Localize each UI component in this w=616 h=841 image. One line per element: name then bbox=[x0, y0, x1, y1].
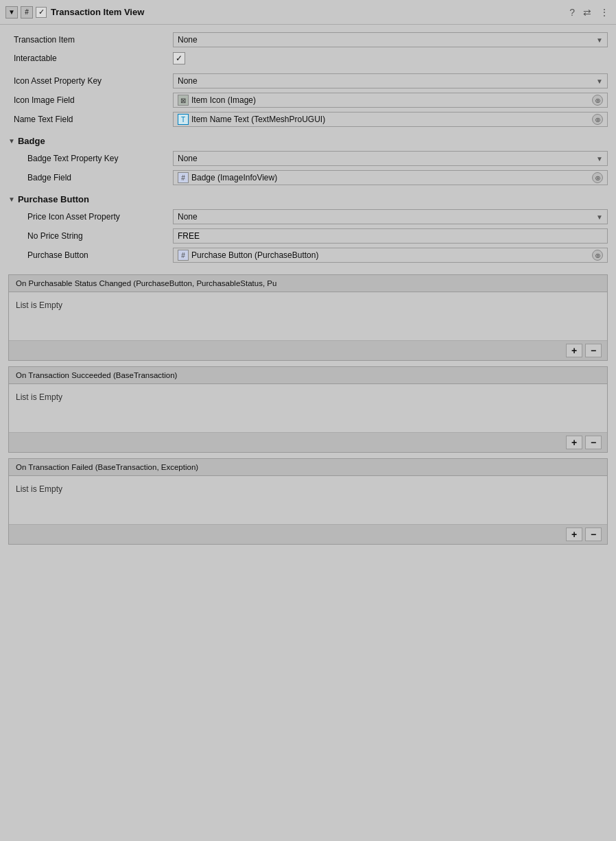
header-icons: ▼ # ✓ bbox=[5, 6, 47, 19]
transaction-failed-event-header[interactable]: On Transaction Failed (BaseTransaction, … bbox=[9, 459, 607, 476]
name-text-field-input[interactable]: T Item Name Text (TextMeshProUGUI) ◎ bbox=[173, 112, 608, 127]
transaction-failed-remove-button[interactable]: − bbox=[585, 528, 602, 541]
name-text-field-label: Name Text Field bbox=[8, 115, 173, 124]
no-price-string-row: No Price String bbox=[8, 226, 608, 246]
purchase-button-section-header[interactable]: ▼ Purchase Button bbox=[8, 191, 608, 207]
badge-toggle-icon[interactable]: ▼ bbox=[8, 137, 15, 145]
purchase-button-field-row: Purchase Button # Purchase Button (Purch… bbox=[8, 246, 608, 265]
icon-asset-property-key-control: None ▼ bbox=[173, 73, 608, 88]
no-price-string-label: No Price String bbox=[8, 231, 173, 241]
icon-asset-property-key-label: Icon Asset Property Key bbox=[8, 76, 173, 86]
price-icon-asset-property-row: Price Icon Asset Property None ▼ bbox=[8, 207, 608, 226]
icon-image-field-row: Icon Image Field ⊠ Item Icon (Image) ◎ bbox=[8, 91, 608, 110]
transaction-succeeded-event-title: On Transaction Succeeded (BaseTransactio… bbox=[16, 371, 177, 379]
dropdown-arrow-icon3: ▼ bbox=[596, 155, 603, 163]
hash-type-icon2: # bbox=[178, 250, 189, 261]
transaction-item-row: Transaction Item None ▼ bbox=[8, 30, 608, 49]
badge-text-property-key-dropdown[interactable]: None ▼ bbox=[173, 151, 608, 166]
panel-header: ▼ # ✓ Transaction Item View ? ⇄ ⋮ bbox=[0, 0, 616, 25]
price-icon-asset-property-label: Price Icon Asset Property bbox=[8, 212, 173, 222]
dropdown-arrow-icon2: ▼ bbox=[596, 78, 603, 85]
interactable-checkbox[interactable]: ✓ bbox=[173, 52, 185, 64]
dropdown-arrow-icon: ▼ bbox=[596, 36, 603, 44]
purchasable-status-event-header[interactable]: On Purchasable Status Changed (PurchaseB… bbox=[9, 275, 607, 292]
help-button[interactable]: ? bbox=[568, 5, 576, 19]
purchasable-status-event-body: List is Empty bbox=[9, 292, 607, 340]
hash-icon[interactable]: # bbox=[21, 6, 33, 19]
purchasable-status-remove-button[interactable]: − bbox=[585, 344, 602, 357]
badge-field-row: Badge Field # Badge (ImageInfoView) ◎ bbox=[8, 168, 608, 187]
purchase-toggle-icon[interactable]: ▼ bbox=[8, 196, 15, 203]
no-price-string-input[interactable] bbox=[173, 228, 608, 244]
badge-text-property-key-control: None ▼ bbox=[173, 151, 608, 166]
badge-text-property-key-row: Badge Text Property Key None ▼ bbox=[8, 149, 608, 168]
transaction-succeeded-event-body: List is Empty bbox=[9, 384, 607, 432]
badge-section-title: Badge bbox=[18, 136, 45, 146]
badge-field-label: Badge Field bbox=[8, 173, 173, 182]
price-icon-asset-property-value: None bbox=[178, 212, 198, 222]
transaction-item-dropdown[interactable]: None ▼ bbox=[173, 32, 608, 47]
purchasable-status-add-button[interactable]: + bbox=[566, 344, 582, 357]
dropdown-icon[interactable]: ▼ bbox=[5, 6, 18, 19]
purchase-button-field-control: # Purchase Button (PurchaseButton) ◎ bbox=[173, 248, 608, 263]
icon-image-field-input[interactable]: ⊠ Item Icon (Image) ◎ bbox=[173, 93, 608, 108]
icon-image-field-picker[interactable]: ◎ bbox=[592, 95, 603, 106]
price-icon-asset-property-control: None ▼ bbox=[173, 209, 608, 224]
badge-field-input[interactable]: # Badge (ImageInfoView) ◎ bbox=[173, 170, 608, 185]
transaction-succeeded-event-block: On Transaction Succeeded (BaseTransactio… bbox=[8, 366, 608, 453]
image-type-icon: ⊠ bbox=[178, 95, 189, 106]
purchasable-status-event-title: On Purchasable Status Changed (PurchaseB… bbox=[16, 279, 276, 287]
transaction-item-control: None ▼ bbox=[173, 32, 608, 47]
purchasable-status-event-block: On Purchasable Status Changed (PurchaseB… bbox=[8, 274, 608, 361]
enabled-checkbox[interactable]: ✓ bbox=[36, 7, 47, 18]
icon-asset-property-key-row: Icon Asset Property Key None ▼ bbox=[8, 71, 608, 91]
interactable-control: ✓ bbox=[173, 52, 608, 64]
content-area: Transaction Item None ▼ Interactable ✓ I… bbox=[0, 25, 616, 556]
purchasable-status-event-body-text: List is Empty bbox=[16, 300, 62, 310]
icon-asset-property-key-value: None bbox=[178, 76, 198, 86]
panel-title: Transaction Item View bbox=[51, 7, 564, 17]
badge-field-value: Badge (ImageInfoView) bbox=[191, 173, 277, 182]
transaction-succeeded-event-header[interactable]: On Transaction Succeeded (BaseTransactio… bbox=[9, 367, 607, 384]
purchasable-status-event-footer: + − bbox=[9, 340, 607, 360]
icon-image-field-label: Icon Image Field bbox=[8, 95, 173, 105]
badge-section-header[interactable]: ▼ Badge bbox=[8, 133, 608, 149]
text-type-icon: T bbox=[178, 114, 189, 125]
transaction-failed-event-body-text: List is Empty bbox=[16, 484, 62, 494]
name-text-field-control: T Item Name Text (TextMeshProUGUI) ◎ bbox=[173, 112, 608, 127]
menu-button[interactable]: ⋮ bbox=[598, 5, 611, 19]
icon-image-field-control: ⊠ Item Icon (Image) ◎ bbox=[173, 93, 608, 108]
purchase-button-section-title: Purchase Button bbox=[18, 194, 89, 204]
dropdown-arrow-icon4: ▼ bbox=[596, 213, 603, 221]
transaction-item-label: Transaction Item bbox=[8, 35, 173, 45]
transaction-succeeded-remove-button[interactable]: − bbox=[585, 436, 602, 449]
price-icon-asset-property-dropdown[interactable]: None ▼ bbox=[173, 209, 608, 224]
purchase-button-field-picker[interactable]: ◎ bbox=[592, 250, 603, 261]
icon-asset-property-key-dropdown[interactable]: None ▼ bbox=[173, 73, 608, 88]
transaction-succeeded-event-body-text: List is Empty bbox=[16, 392, 62, 402]
icon-image-field-value: Item Icon (Image) bbox=[191, 95, 256, 105]
sliders-button[interactable]: ⇄ bbox=[582, 5, 593, 19]
hash-type-icon: # bbox=[178, 172, 189, 183]
no-price-string-control bbox=[173, 228, 608, 244]
transaction-failed-event-title: On Transaction Failed (BaseTransaction, … bbox=[16, 463, 198, 471]
transaction-failed-event-footer: + − bbox=[9, 524, 607, 544]
badge-text-property-key-label: Badge Text Property Key bbox=[8, 154, 173, 163]
badge-field-control: # Badge (ImageInfoView) ◎ bbox=[173, 170, 608, 185]
purchase-button-field-value: Purchase Button (PurchaseButton) bbox=[191, 250, 318, 260]
interactable-label: Interactable bbox=[8, 54, 173, 63]
name-text-field-picker[interactable]: ◎ bbox=[592, 114, 603, 125]
badge-text-property-key-value: None bbox=[178, 154, 198, 163]
name-text-field-row: Name Text Field T Item Name Text (TextMe… bbox=[8, 110, 608, 129]
badge-field-picker[interactable]: ◎ bbox=[592, 172, 603, 183]
purchase-button-field-input[interactable]: # Purchase Button (PurchaseButton) ◎ bbox=[173, 248, 608, 263]
header-actions: ? ⇄ ⋮ bbox=[568, 5, 611, 19]
transaction-failed-event-block: On Transaction Failed (BaseTransaction, … bbox=[8, 458, 608, 545]
name-text-field-value: Item Name Text (TextMeshProUGUI) bbox=[191, 115, 325, 124]
interactable-row: Interactable ✓ bbox=[8, 49, 608, 67]
purchase-button-field-label: Purchase Button bbox=[8, 250, 173, 260]
transaction-succeeded-add-button[interactable]: + bbox=[566, 436, 582, 449]
transaction-succeeded-event-footer: + − bbox=[9, 432, 607, 452]
transaction-item-value: None bbox=[178, 35, 198, 45]
transaction-failed-add-button[interactable]: + bbox=[566, 528, 582, 541]
